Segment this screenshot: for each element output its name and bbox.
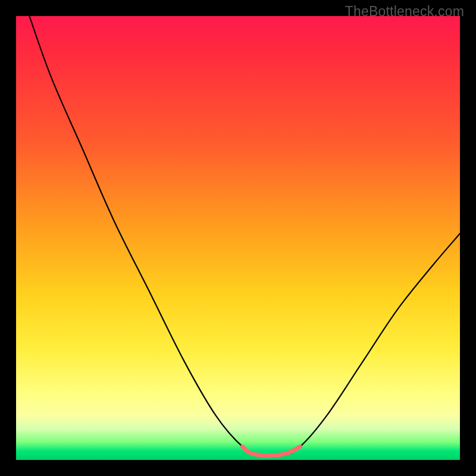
curve-svg xyxy=(16,16,460,460)
chart-container: TheBottleneck.com xyxy=(0,0,476,476)
plot-area xyxy=(16,16,460,460)
watermark-text: TheBottleneck.com xyxy=(345,4,464,20)
bottleneck-curve xyxy=(29,16,460,457)
bottom-marker xyxy=(242,447,300,456)
